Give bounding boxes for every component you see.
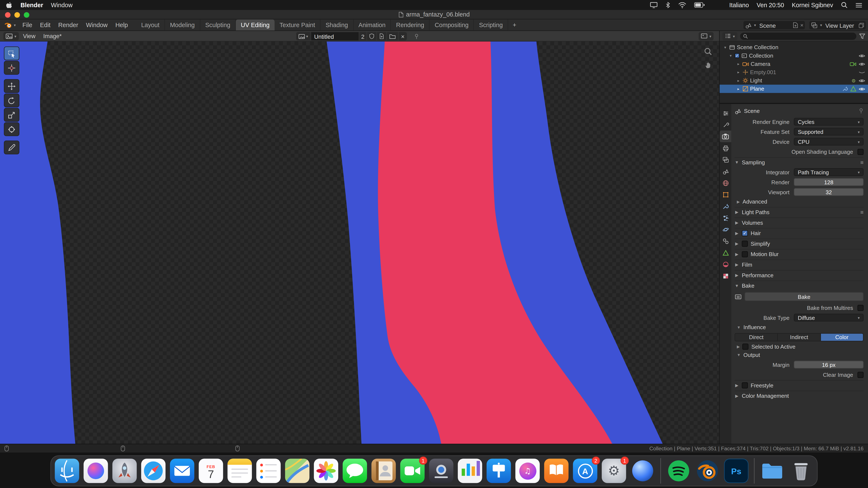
workspace-tab-rendering[interactable]: Rendering	[391, 19, 430, 30]
panel-volumes[interactable]: ▶ Volumes	[735, 218, 864, 227]
dock-icon-system-preferences[interactable]: ⚙ 1	[602, 459, 626, 483]
mesh-data-icon[interactable]	[850, 86, 856, 92]
battery-icon[interactable]	[694, 2, 705, 8]
menubar-user[interactable]: Kornei Sgibnev	[792, 2, 833, 8]
eye-closed-icon[interactable]	[859, 70, 865, 74]
dock-icon-books[interactable]	[544, 459, 568, 483]
subpanel-advanced[interactable]: ▶ Advanced	[735, 198, 864, 206]
dock-icon-blender[interactable]	[695, 459, 720, 483]
workspace-tab-animation[interactable]: Animation	[353, 19, 391, 30]
menubar-language[interactable]: Italiano	[729, 2, 749, 8]
tab-output[interactable]	[720, 142, 731, 154]
editor-type-button[interactable]	[720, 107, 731, 119]
menubar-clock[interactable]: Ven 20:50	[756, 2, 784, 8]
eye-icon[interactable]	[859, 87, 865, 91]
outliner-row-scene-collection[interactable]: ▾ Scene Collection	[720, 43, 868, 52]
outliner-row-plane[interactable]: ▸ Plane	[720, 85, 868, 93]
editor-type-button[interactable]: ▾	[3, 32, 19, 40]
dock-icon-maps[interactable]	[285, 459, 309, 483]
scene-selector[interactable]: ▾ Scene ×	[744, 21, 805, 29]
tab-particles[interactable]	[720, 212, 731, 223]
dock-icon-keynote[interactable]	[487, 459, 511, 483]
bake-multires-checkbox[interactable]	[858, 304, 864, 311]
feature-set-dropdown[interactable]: Supported ▾	[794, 128, 864, 135]
tab-constraints[interactable]	[720, 235, 731, 247]
blender-logo-icon[interactable]: ▾	[0, 19, 19, 30]
image-name-field[interactable]: Untitled	[311, 32, 359, 40]
browse-image-button[interactable]: ▾	[296, 32, 310, 40]
dock-icon-notes[interactable]	[227, 459, 252, 483]
outliner-search-input[interactable]	[740, 32, 856, 40]
expander-icon[interactable]: ▸	[736, 87, 741, 91]
workspace-tab-sculpting[interactable]: Sculpting	[200, 19, 236, 30]
panel-light-paths[interactable]: ▶ Light Paths ≡	[735, 207, 864, 216]
tab-texture[interactable]	[720, 270, 731, 282]
workspace-tab-layout[interactable]: Layout	[136, 19, 165, 30]
simplify-checkbox[interactable]	[742, 240, 748, 247]
minimize-window-button[interactable]	[14, 12, 20, 18]
workspace-tab-texture-paint[interactable]: Texture Paint	[275, 19, 321, 30]
uv-canvas[interactable]	[0, 41, 719, 444]
dock-icon-finder[interactable]	[55, 459, 79, 483]
zoom-icon[interactable]	[704, 47, 712, 56]
menubar-item-window[interactable]: Window	[51, 2, 72, 8]
new-view-layer-icon[interactable]	[859, 23, 864, 28]
tab-scene[interactable]	[720, 165, 731, 177]
notification-center-icon[interactable]	[855, 2, 863, 8]
panel-color-management[interactable]: ▶ Color Management	[735, 391, 864, 400]
uv-menu-view[interactable]: View	[20, 31, 39, 41]
image-users-count-button[interactable]: 2	[359, 32, 367, 40]
wifi-icon[interactable]	[678, 2, 687, 8]
dock-icon-trash[interactable]	[789, 459, 813, 483]
eye-icon[interactable]	[859, 62, 865, 66]
workspace-tab-shading[interactable]: Shading	[321, 19, 353, 30]
panel-simplify[interactable]: ▶ Simplify	[735, 238, 864, 248]
panel-freestyle[interactable]: ▶ Freestyle	[735, 380, 864, 390]
viewport-samples-field[interactable]: 32	[794, 188, 864, 196]
zoom-window-button[interactable]	[24, 12, 29, 18]
tab-modifiers[interactable]	[720, 200, 731, 212]
unlink-image-button[interactable]: ×	[399, 32, 407, 40]
display-icon[interactable]	[650, 2, 658, 8]
tool-scale[interactable]	[4, 108, 19, 122]
tab-render[interactable]	[720, 130, 731, 142]
tab-material[interactable]	[720, 258, 731, 270]
toggle-indirect[interactable]: Indirect	[778, 333, 821, 340]
eye-icon[interactable]	[859, 78, 865, 83]
new-scene-icon[interactable]	[793, 22, 798, 28]
topbar-menu-edit[interactable]: Edit	[36, 19, 54, 30]
tool-move[interactable]	[4, 79, 19, 93]
camera-data-icon[interactable]	[850, 61, 856, 67]
fake-user-button[interactable]	[367, 32, 377, 40]
dock-icon-mail[interactable]	[170, 459, 194, 483]
close-window-button[interactable]	[5, 12, 10, 18]
spotlight-search-icon[interactable]	[841, 2, 847, 8]
motion-blur-checkbox[interactable]	[742, 251, 748, 257]
dock-icon-app-store[interactable]: A 2	[573, 459, 597, 483]
tool-rotate[interactable]	[4, 93, 19, 107]
toggle-direct[interactable]: Direct	[735, 333, 778, 340]
unlink-scene-icon[interactable]: ×	[800, 22, 803, 28]
view-layer-selector[interactable]: ▾ View Layer	[809, 21, 866, 29]
collection-checkbox[interactable]: ✓	[735, 53, 740, 58]
tab-object-data[interactable]	[720, 247, 731, 258]
toggle-color[interactable]: Color	[821, 333, 863, 340]
subpanel-output[interactable]: ▼ Output	[735, 351, 864, 359]
flag-italy-icon[interactable]	[713, 2, 721, 8]
dock-icon-safari[interactable]	[141, 459, 165, 483]
presets-icon[interactable]: ≡	[860, 159, 864, 165]
editor-type-button[interactable]: ▾	[722, 32, 737, 40]
margin-slider[interactable]: 16 px	[794, 361, 864, 368]
expander-icon[interactable]: ▸	[736, 62, 741, 66]
panel-hair[interactable]: ▶ ✓ Hair	[735, 228, 864, 237]
topbar-menu-help[interactable]: Help	[112, 19, 132, 30]
add-workspace-button[interactable]: +	[508, 19, 521, 30]
integrator-dropdown[interactable]: Path Tracing ▾	[794, 168, 864, 176]
dock-icon-blue-orb-app[interactable]	[630, 459, 655, 483]
topbar-menu-file[interactable]: File	[19, 19, 36, 30]
tab-view-layer[interactable]	[720, 154, 731, 165]
tool-transform[interactable]	[4, 122, 19, 136]
selected-to-active-checkbox[interactable]	[743, 344, 749, 350]
render-slot-button[interactable]: ▾	[699, 32, 714, 40]
light-data-icon[interactable]	[851, 78, 856, 83]
